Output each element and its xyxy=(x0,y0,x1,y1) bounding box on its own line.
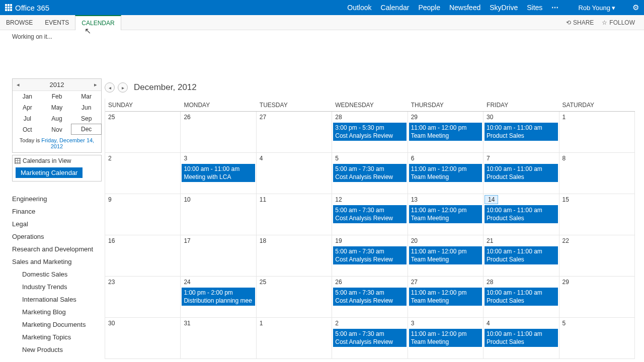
follow-button[interactable]: ☆ FOLLOW xyxy=(602,19,635,26)
nav-node[interactable]: Engineering xyxy=(12,193,105,205)
app-launcher-icon[interactable] xyxy=(5,4,12,11)
calendar-event[interactable]: 5:00 am - 7:30 amCost Analysis Review xyxy=(333,246,406,264)
today-link[interactable]: Friday, December 14, 2012 xyxy=(41,137,94,149)
calendar-event[interactable]: 10:00 am - 11:00 amProduct Sales xyxy=(485,329,557,347)
nav-subnode[interactable]: Marketing Topics xyxy=(22,331,105,343)
calendar-event[interactable]: 5:00 am - 7:30 amCost Analysis Review xyxy=(333,205,406,223)
calendar-event[interactable]: 11:00 am - 12:00 pmTeam Meeting xyxy=(409,123,482,141)
day-cell[interactable]: 125:00 am - 7:30 amCost Analysis Review xyxy=(332,194,408,235)
day-cell[interactable]: 195:00 am - 7:30 amCost Analysis Review xyxy=(332,235,408,277)
calendar-chip[interactable]: Marketing Calendar xyxy=(16,167,83,178)
day-cell[interactable]: 26 xyxy=(181,112,256,153)
calendar-event[interactable]: 10:00 am - 11:00 amProduct Sales xyxy=(485,246,557,264)
nav-subnode[interactable]: International Sales xyxy=(22,293,105,306)
month-cell-feb[interactable]: Feb xyxy=(42,91,72,102)
day-cell[interactable]: 2011:00 am - 12:00 pmTeam Meeting xyxy=(408,235,484,277)
tab-calendar[interactable]: CALENDAR xyxy=(75,15,121,30)
day-cell[interactable]: 311:00 am - 12:00 pmTeam Meeting xyxy=(408,318,484,359)
day-cell[interactable]: 410:00 am - 11:00 amProduct Sales xyxy=(484,318,559,359)
day-cell[interactable]: 25 xyxy=(105,112,181,153)
nav-subnode[interactable]: Marketing Documents xyxy=(22,318,105,331)
day-cell[interactable]: 3010:00 am - 11:00 amProduct Sales xyxy=(484,112,559,153)
nav-subnode[interactable]: Industry Trends xyxy=(22,281,105,293)
nav-node[interactable]: Legal xyxy=(12,218,105,230)
day-cell[interactable]: 611:00 am - 12:00 pmTeam Meeting xyxy=(408,153,484,194)
calendar-event[interactable]: 10:00 am - 11:00 amProduct Sales xyxy=(485,288,557,306)
day-cell[interactable]: 265:00 am - 7:30 amCost Analysis Review xyxy=(332,277,408,318)
calendar-event[interactable]: 3:00 pm - 5:30 pmCost Analysis Review xyxy=(333,123,406,141)
month-cell-aug[interactable]: Aug xyxy=(42,113,72,124)
month-cell-sep[interactable]: Sep xyxy=(71,113,101,124)
day-cell[interactable]: 17 xyxy=(181,235,256,277)
nav-subnode[interactable]: New Products xyxy=(22,343,105,356)
nav-calendar[interactable]: Calendar xyxy=(381,4,410,12)
calendar-event[interactable]: 11:00 am - 12:00 pmTeam Meeting xyxy=(409,164,482,182)
day-cell[interactable]: 15 xyxy=(559,194,635,235)
day-cell[interactable]: 9 xyxy=(105,194,181,235)
day-cell[interactable]: 2 xyxy=(105,153,181,194)
calendar-event[interactable]: 11:00 am - 12:00 pmTeam Meeting xyxy=(409,246,482,264)
month-cell-dec[interactable]: Dec xyxy=(71,124,102,135)
year-prev-button[interactable]: ◂ xyxy=(13,81,24,88)
nav-node[interactable]: Operations xyxy=(12,230,105,243)
nav-node[interactable]: Research and Development xyxy=(12,243,105,255)
day-cell[interactable]: 10 xyxy=(181,194,256,235)
day-cell[interactable]: 2711:00 am - 12:00 pmTeam Meeting xyxy=(408,277,484,318)
nav-node[interactable]: Sales and Marketing xyxy=(12,255,105,268)
month-cell-jan[interactable]: Jan xyxy=(13,91,42,102)
day-cell[interactable]: 2911:00 am - 12:00 pmTeam Meeting xyxy=(408,112,484,153)
day-cell[interactable]: 710:00 am - 11:00 amProduct Sales xyxy=(484,153,559,194)
day-cell[interactable]: 22 xyxy=(559,235,635,277)
day-cell[interactable]: 1 xyxy=(559,112,635,153)
nav-node[interactable]: Finance xyxy=(12,205,105,218)
month-next-button[interactable]: ▸ xyxy=(118,82,128,93)
nav-subnode[interactable]: Marketing Blog xyxy=(22,306,105,318)
day-cell[interactable]: 8 xyxy=(559,153,635,194)
calendar-event[interactable]: 11:00 am - 12:00 pmTeam Meeting xyxy=(409,329,482,347)
day-cell[interactable]: 2810:00 am - 11:00 amProduct Sales xyxy=(484,277,559,318)
month-cell-jun[interactable]: Jun xyxy=(71,102,101,113)
day-cell[interactable]: 23 xyxy=(105,277,181,318)
calendar-event[interactable]: 1:00 pm - 2:00 pmDistribution planning m… xyxy=(182,288,255,306)
month-prev-button[interactable]: ◂ xyxy=(105,82,115,93)
day-cell[interactable]: 25:00 am - 7:30 amCost Analysis Review xyxy=(332,318,408,359)
nav-people[interactable]: People xyxy=(418,4,440,12)
month-cell-jul[interactable]: Jul xyxy=(13,113,42,124)
day-cell[interactable]: 31 xyxy=(181,318,256,359)
day-cell[interactable]: 1 xyxy=(257,318,332,359)
month-cell-may[interactable]: May xyxy=(42,102,72,113)
tab-browse[interactable]: BROWSE xyxy=(0,15,39,30)
share-button[interactable]: ⟲ SHARE xyxy=(566,19,594,26)
day-cell[interactable]: 283:00 pm - 5:30 pmCost Analysis Review xyxy=(332,112,408,153)
month-cell-apr[interactable]: Apr xyxy=(13,102,42,113)
calendar-event[interactable]: 11:00 am - 12:00 pmTeam Meeting xyxy=(409,205,482,223)
calendar-event[interactable]: 11:00 am - 12:00 pmTeam Meeting xyxy=(409,288,482,306)
nav-subnode[interactable]: Domestic Sales xyxy=(22,268,105,281)
nav-outlook[interactable]: Outlook xyxy=(347,4,371,12)
calendar-event[interactable]: 10:00 am - 11:00 amProduct Sales xyxy=(485,164,557,182)
day-cell[interactable]: 4 xyxy=(257,153,332,194)
tab-events[interactable]: EVENTS xyxy=(39,15,75,30)
day-cell[interactable]: 241:00 pm - 2:00 pmDistribution planning… xyxy=(181,277,256,318)
calendar-event[interactable]: 5:00 am - 7:30 amCost Analysis Review xyxy=(333,164,406,182)
nav-skydrive[interactable]: SkyDrive xyxy=(490,4,518,12)
month-cell-oct[interactable]: Oct xyxy=(13,124,42,135)
day-cell[interactable]: 29 xyxy=(559,277,635,318)
settings-gear-icon[interactable]: ⚙ xyxy=(632,3,639,12)
day-cell[interactable]: 27 xyxy=(257,112,332,153)
day-cell[interactable]: 310:00 am - 11:00 amMeeting with LCA xyxy=(181,153,256,194)
day-cell[interactable]: 55:00 am - 7:30 amCost Analysis Review xyxy=(332,153,408,194)
calendar-event[interactable]: 10:00 am - 11:00 amProduct Sales xyxy=(485,123,557,141)
day-cell[interactable]: 18 xyxy=(257,235,332,277)
nav-newsfeed[interactable]: Newsfeed xyxy=(449,4,480,12)
month-cell-nov[interactable]: Nov xyxy=(42,124,72,135)
day-cell[interactable]: 11 xyxy=(257,194,332,235)
day-cell[interactable]: 2110:00 am - 11:00 amProduct Sales xyxy=(484,235,559,277)
month-cell-mar[interactable]: Mar xyxy=(71,91,101,102)
nav-sites[interactable]: Sites xyxy=(527,4,542,12)
nav-more-icon[interactable]: ⋯ xyxy=(551,4,559,12)
day-cell[interactable]: 30 xyxy=(105,318,181,359)
user-menu[interactable]: Rob Young ▾ xyxy=(578,4,615,12)
day-cell[interactable]: 1311:00 am - 12:00 pmTeam Meeting xyxy=(408,194,484,235)
day-cell[interactable]: 5 xyxy=(559,318,635,359)
